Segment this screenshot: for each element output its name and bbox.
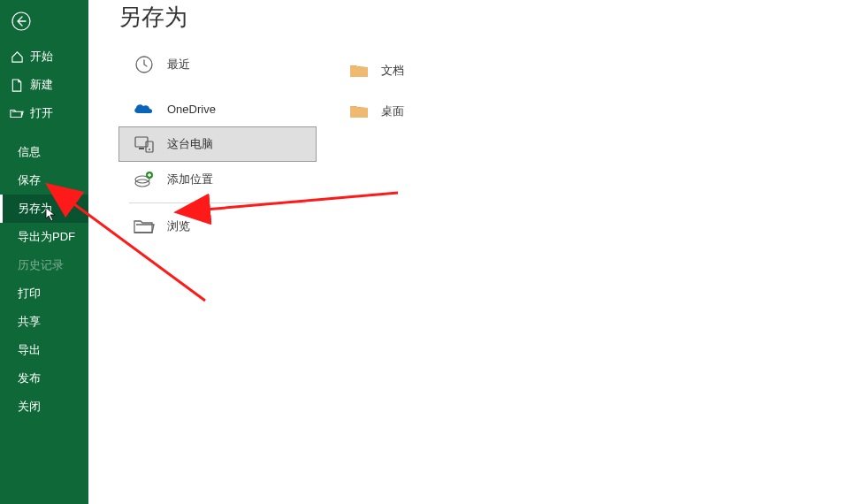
open-icon [9,105,25,121]
main-panel: 另存为 最近 OneDrive [88,0,848,504]
sidebar-item-label: 新建 [30,77,53,93]
sidebar-item-save[interactable]: 保存 [0,166,88,195]
onedrive-icon [132,96,157,121]
location-recent[interactable]: 最近 [118,47,317,82]
sidebar-item-label: 关闭 [18,399,41,415]
folder-documents[interactable]: 文档 [349,50,848,91]
folder-label: 桌面 [381,103,404,119]
sidebar-item-label: 历史记录 [18,257,64,273]
location-label: 这台电脑 [167,136,213,152]
home-icon [9,49,25,65]
clock-icon [132,52,157,77]
separator [129,202,306,203]
locations-list: 最近 OneDrive 这台电脑 [88,47,314,244]
svg-rect-3 [139,148,144,149]
sidebar-item-history: 历史记录 [0,251,88,279]
browse-icon [132,214,157,239]
sidebar-item-close[interactable]: 关闭 [0,393,88,421]
location-label: OneDrive [167,103,216,116]
sidebar-item-open[interactable]: 打开 [0,99,88,127]
sidebar-item-print[interactable]: 打印 [0,279,88,308]
folder-icon [349,103,369,119]
folders-list: 文档 桌面 [314,47,848,244]
folder-icon [349,63,369,79]
location-onedrive[interactable]: OneDrive [118,91,317,126]
sidebar-item-label: 发布 [18,370,41,386]
svg-point-5 [149,149,150,150]
sidebar-item-home[interactable]: 开始 [0,42,88,71]
sidebar-item-new[interactable]: 新建 [0,71,88,99]
sidebar-item-export[interactable]: 导出 [0,336,88,364]
sidebar-item-label: 打印 [18,286,41,302]
location-label: 最近 [167,57,190,73]
location-thispc[interactable]: 这台电脑 [118,126,317,162]
location-browse[interactable]: 浏览 [118,209,317,244]
sidebar-item-label: 信息 [18,144,41,160]
sidebar-item-label: 共享 [18,314,41,330]
back-button[interactable] [7,7,35,35]
sidebar-item-label: 打开 [30,105,53,121]
sidebar-item-label: 导出 [18,342,41,358]
sidebar-item-info[interactable]: 信息 [0,138,88,166]
sidebar-item-exportpdf[interactable]: 导出为PDF [0,223,88,251]
sidebar-item-label: 导出为PDF [18,229,75,245]
page-title: 另存为 [88,0,848,47]
sidebar-item-saveas[interactable]: 另存为 [0,195,88,223]
back-arrow-icon [11,11,31,31]
sidebar-item-publish[interactable]: 发布 [0,364,88,393]
folder-label: 文档 [381,63,404,79]
add-location-icon [132,167,157,192]
location-label: 添加位置 [167,172,213,187]
sidebar-item-share[interactable]: 共享 [0,308,88,336]
new-icon [9,77,25,93]
sidebar-item-label: 开始 [30,49,53,65]
thispc-icon [132,132,157,157]
location-addplace[interactable]: 添加位置 [118,162,317,197]
sidebar: 开始 新建 打开 信息 保存 另存为 导出为PDF [0,0,88,504]
sidebar-item-label: 另存为 [18,201,52,217]
location-label: 浏览 [167,218,190,234]
folder-desktop[interactable]: 桌面 [349,91,848,132]
sidebar-item-label: 保存 [18,172,41,188]
